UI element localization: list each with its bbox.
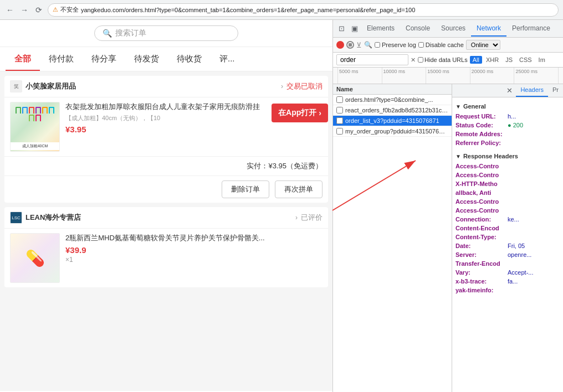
prop-access-control-1: Access-Contro: [455, 162, 560, 171]
devtools-detail-panel: ✕ Headers Pr ▼ General Request URL: h...: [452, 84, 563, 392]
prop-yak-time: yak-timeinfo:: [455, 286, 560, 295]
detail-tab-preview[interactable]: Pr: [548, 84, 563, 97]
tab-pending-share[interactable]: 待分享: [83, 47, 125, 71]
prop-x-http: X-HTTP-Metho: [455, 179, 560, 188]
search-icon: 🔍: [103, 29, 112, 38]
prop-content-enc: Content-Encod: [455, 224, 560, 233]
product-label-1: 成人加粗40CM: [11, 142, 59, 150]
disable-cache-label[interactable]: Disable cache: [418, 42, 464, 48]
type-filter: All XHR JS CSS Im: [470, 56, 548, 64]
shop-logo-1: 笑: [10, 80, 22, 92]
prop-access-control-4: Access-Contro: [455, 206, 560, 215]
devtools-tab-performance[interactable]: Performance: [506, 21, 556, 37]
reorder-button[interactable]: 再次拼单: [275, 180, 323, 198]
type-all-button[interactable]: All: [470, 56, 482, 64]
delete-order-button[interactable]: 删除订单: [222, 180, 269, 198]
devtools-inspect-button[interactable]: ⊡: [335, 22, 348, 35]
app-open-button[interactable]: 在App打开: [272, 104, 328, 122]
devtools-tab-console[interactable]: Console: [400, 21, 436, 37]
devtools-tab-sources[interactable]: Sources: [436, 21, 471, 37]
type-css-button[interactable]: CSS: [516, 56, 535, 64]
timeline: 5000 ms 10000 ms 15000 ms 20000 ms 25000…: [333, 68, 563, 84]
clear-filter-button[interactable]: ✕: [411, 56, 416, 64]
order-item-2: 💊 2瓶新西兰MHD氨基葡萄糖软骨关节灵片养护关节保护骨骼关... ¥39.9 …: [4, 229, 328, 287]
timeline-tick-4: 20000 ms: [470, 68, 515, 84]
order-list: 笑 小笑脸家居用品 › 交易已取消: [0, 71, 332, 391]
order-status-1: 交易已取消: [286, 81, 323, 91]
prop-allback: allback, Anti: [455, 188, 560, 197]
order-header-2: LSC LEAN海外专营店 › 已评价: [4, 207, 328, 229]
search-input-wrap[interactable]: 🔍 搜索订单: [94, 25, 238, 41]
product-img-inner-1: 成人加粗40CM: [11, 102, 59, 151]
filter-bar: ✕ Hide data URLs All XHR JS CSS Im: [333, 53, 563, 68]
throttle-select[interactable]: Online: [466, 40, 500, 50]
filter-icon: ⊻: [356, 41, 362, 49]
devtools-request-list: Name orders.html?type=0&combine_... reac…: [333, 84, 452, 392]
hide-data-urls-checkbox[interactable]: [418, 57, 423, 63]
response-triangle: ▼: [455, 153, 461, 159]
prop-access-control-2: Access-Contro: [455, 171, 560, 179]
browser-toolbar: ← → ⟳ ⚠ 不安全 yangkeduo.com/orders.html?ty…: [0, 0, 563, 20]
preserve-log-label[interactable]: Preserve log: [375, 42, 416, 48]
order-item-1: 成人加粗40CM 衣架批发加粗加厚晾衣服阳台成人儿童衣架子家用无痕防滑挂 【成人…: [4, 97, 328, 156]
devtools-device-button[interactable]: ▣: [348, 22, 361, 35]
network-row-4[interactable]: my_order_group?pdduid=4315076871: [333, 126, 452, 137]
network-row-1[interactable]: orders.html?type=0&combine_...: [333, 95, 452, 105]
detail-panel-close[interactable]: ✕: [503, 84, 516, 97]
timeline-tick-3: 15000 ms: [426, 68, 470, 84]
timeline-bar-area: 5000 ms 10000 ms 15000 ms 20000 ms 25000…: [337, 68, 559, 84]
prop-x-b3: x-b3-trace: fa...: [455, 277, 560, 286]
row-checkbox-3[interactable]: [336, 117, 343, 124]
tab-pending-ship[interactable]: 待发货: [125, 47, 168, 71]
back-button[interactable]: ←: [4, 4, 16, 16]
shop-name-2[interactable]: LEAN海外专营店: [25, 213, 292, 223]
tab-pending-receive[interactable]: 待收货: [168, 47, 211, 71]
type-xhr-button[interactable]: XHR: [483, 56, 501, 64]
devtools-panel: ⊡ ▣ Elements Console Sources Network Per…: [332, 20, 563, 392]
timeline-tick-2: 10000 ms: [382, 68, 427, 84]
row-checkbox-2[interactable]: [336, 107, 343, 114]
address-text: 不安全: [60, 6, 79, 14]
timeline-tick-5: 25000 ms: [514, 68, 559, 84]
tab-all[interactable]: 全部: [6, 47, 40, 71]
devtools-tab-network[interactable]: Network: [471, 21, 506, 37]
shop-name-1[interactable]: 小笑脸家居用品: [25, 81, 278, 91]
product-image-2: 💊: [10, 233, 60, 283]
network-row-2[interactable]: react_orders_f0b2adb8d52312b31c17.js: [333, 105, 452, 116]
shop-arrow-2: ›: [295, 214, 298, 221]
warning-icon: ⚠: [53, 6, 58, 13]
search-bar: 🔍 搜索订单: [0, 20, 332, 47]
preserve-log-checkbox[interactable]: [375, 42, 380, 48]
tab-review[interactable]: 评...: [211, 47, 244, 71]
network-filter-input[interactable]: [336, 54, 408, 65]
product-price-2: ¥39.9: [65, 245, 323, 255]
product-title-2: 2瓶新西兰MHD氨基葡萄糖软骨关节灵片养护关节保护骨骼关...: [65, 233, 323, 243]
network-row-3[interactable]: order_list_v3?pdduid=4315076871: [333, 116, 452, 126]
detail-panel-content: ▼ General Request URL: h... Status Code:…: [452, 97, 563, 298]
stop-button[interactable]: [346, 41, 354, 49]
order-header-1: 笑 小笑脸家居用品 › 交易已取消: [4, 76, 328, 97]
tab-pending-pay[interactable]: 待付款: [40, 47, 83, 71]
product-price-1: ¥3.95: [65, 125, 323, 134]
prop-vary: Vary: Accept-...: [455, 268, 560, 277]
disable-cache-checkbox[interactable]: [418, 42, 424, 48]
address-bar[interactable]: ⚠ 不安全 yangkeduo.com/orders.html?type=0&c…: [48, 3, 559, 17]
col-name-header: Name: [336, 86, 448, 92]
detail-tab-headers[interactable]: Headers: [516, 84, 548, 97]
row-name-1: orders.html?type=0&combine_...: [345, 96, 448, 103]
prop-status-code: Status Code: ● 200: [455, 121, 560, 130]
type-js-button[interactable]: JS: [503, 56, 515, 64]
type-img-button[interactable]: Im: [536, 56, 548, 64]
record-button[interactable]: [336, 41, 344, 49]
general-triangle: ▼: [455, 104, 461, 110]
devtools-toolbar: ⊻ 🔍 Preserve log Disable cache Online: [333, 38, 563, 53]
forward-button[interactable]: →: [19, 4, 30, 16]
row-checkbox-4[interactable]: [336, 128, 343, 135]
row-checkbox-1[interactable]: [336, 96, 343, 103]
devtools-tab-elements[interactable]: Elements: [361, 21, 400, 37]
product-qty-2: ×1: [65, 256, 323, 264]
hide-data-urls-label[interactable]: Hide data URLs: [418, 56, 468, 63]
reload-button[interactable]: ⟳: [33, 4, 44, 16]
devtools-tab-bar: ⊡ ▣ Elements Console Sources Network Per…: [333, 20, 563, 38]
devtools-body: Name orders.html?type=0&combine_... reac…: [333, 84, 563, 392]
